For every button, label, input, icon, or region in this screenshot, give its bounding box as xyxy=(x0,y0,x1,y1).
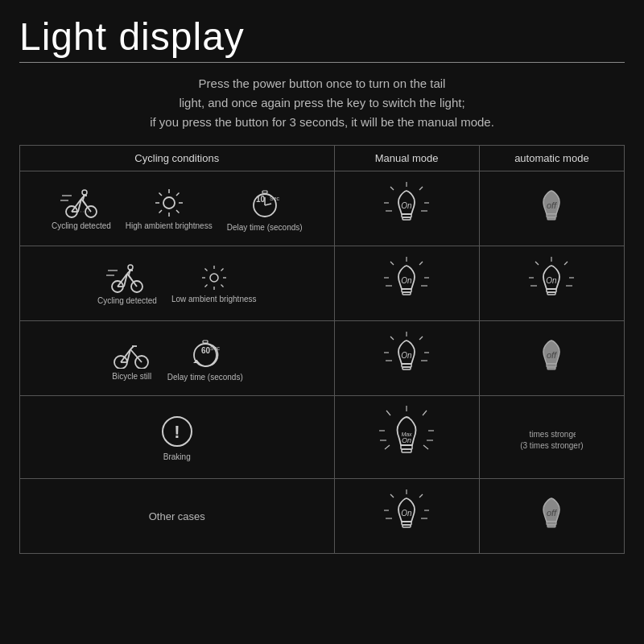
row5-auto: off xyxy=(479,479,624,554)
svg-line-127 xyxy=(390,494,394,497)
page: Light display Press the power button onc… xyxy=(0,0,644,644)
svg-point-14 xyxy=(163,197,175,208)
svg-text:On: On xyxy=(547,276,558,285)
svg-line-20 xyxy=(176,210,180,213)
svg-line-19 xyxy=(159,192,162,196)
high-brightness-icon: High ambient brightness xyxy=(126,188,213,230)
cycling-detected-icon: Cycling detected xyxy=(52,188,111,230)
svg-marker-93 xyxy=(193,360,200,363)
svg-line-30 xyxy=(390,187,394,190)
svg-rect-107 xyxy=(547,364,556,367)
svg-point-55 xyxy=(210,274,218,282)
svg-rect-72 xyxy=(402,292,411,295)
header-auto-mode: automatic mode xyxy=(479,146,624,171)
svg-line-76 xyxy=(564,262,568,265)
table-row: Other cases xyxy=(20,479,625,554)
braking-icon: ! Braking xyxy=(159,414,195,461)
bicycle-still-icon: Bicycle still xyxy=(111,336,153,381)
cycling-label: Cycling detected xyxy=(52,221,111,230)
svg-text:On: On xyxy=(402,436,411,444)
delay-10s-label: Delay time (seconds) xyxy=(227,223,303,232)
light-display-table: Cycling conditions Manual mode automatic… xyxy=(19,145,625,554)
svg-line-21 xyxy=(176,192,180,196)
high-brightness-label: High ambient brightness xyxy=(126,221,213,230)
bicycle-still-label: Bicycle still xyxy=(112,372,151,381)
svg-text:On: On xyxy=(401,276,412,285)
svg-line-22 xyxy=(159,210,162,213)
svg-text:off: off xyxy=(547,508,557,518)
row3-conditions: Bicycle still 60 Sec xyxy=(20,321,335,396)
desc-line2: light, and once again press the key to s… xyxy=(19,93,625,113)
row4-conditions: ! Braking xyxy=(20,396,335,479)
row1-conditions: Cycling detected xyxy=(20,171,335,246)
svg-line-60 xyxy=(204,268,207,270)
desc-line1: Press the power button once to turn on t… xyxy=(19,74,625,93)
low-brightness-label: Low ambient brightness xyxy=(171,295,257,303)
svg-line-25 xyxy=(265,204,271,205)
row5-conditions: Other cases xyxy=(20,479,335,554)
title-divider xyxy=(19,62,625,63)
delay-60s-label: Delay time (seconds) xyxy=(167,373,243,382)
delay-60s-icon: 60 Sec Delay time (seconds) xyxy=(167,336,243,382)
description: Press the power button once to turn on t… xyxy=(19,74,625,132)
svg-text:Sec: Sec xyxy=(210,345,221,351)
header-manual-mode: Manual mode xyxy=(334,146,479,171)
svg-text:On: On xyxy=(401,509,412,518)
svg-rect-26 xyxy=(262,191,267,193)
svg-text:60: 60 xyxy=(201,346,211,355)
svg-text:10: 10 xyxy=(256,195,266,204)
svg-line-120 xyxy=(423,445,428,449)
svg-text:On: On xyxy=(401,201,412,210)
header-cycling-conditions: Cycling conditions xyxy=(20,146,335,171)
other-cases-label: Other cases xyxy=(149,510,205,522)
row4-auto: (3 times stronger) (3 times stronger) xyxy=(479,396,624,479)
svg-rect-40 xyxy=(547,217,555,220)
braking-label: Braking xyxy=(163,452,191,461)
svg-rect-105 xyxy=(402,367,411,369)
row2-conditions: Cycling detected xyxy=(20,246,335,321)
row1-manual: On xyxy=(334,171,479,246)
row2-manual: On xyxy=(334,246,479,321)
svg-rect-94 xyxy=(203,341,208,343)
delay-10s-icon: 10 Sec Delay time (seconds) xyxy=(227,186,303,232)
svg-point-52 xyxy=(128,265,133,270)
stronger-label: (3 times stronger) xyxy=(520,441,583,450)
svg-text:off: off xyxy=(547,350,557,360)
svg-text:On: On xyxy=(401,351,412,360)
table-row: Cycling detected xyxy=(20,246,625,321)
svg-line-62 xyxy=(221,268,223,270)
desc-line3: if you press the button for 3 seconds, i… xyxy=(19,113,625,132)
svg-line-13 xyxy=(83,200,86,205)
table-row: Cycling detected xyxy=(20,171,625,246)
svg-text:off: off xyxy=(547,200,557,210)
svg-line-128 xyxy=(419,494,423,497)
svg-line-31 xyxy=(419,187,423,190)
cycling-detected-2-icon: Cycling detected xyxy=(97,262,157,305)
row3-manual: On xyxy=(334,321,479,396)
svg-line-54 xyxy=(129,275,132,280)
page-title: Light display xyxy=(19,14,625,59)
svg-text:(3 times stronger): (3 times stronger) xyxy=(527,430,576,439)
svg-line-114 xyxy=(423,411,427,415)
svg-rect-108 xyxy=(547,367,555,369)
svg-line-99 xyxy=(419,336,423,340)
row2-auto: On xyxy=(479,246,624,321)
svg-rect-82 xyxy=(547,292,555,295)
row5-manual: On xyxy=(334,479,479,554)
row3-auto: off xyxy=(479,321,624,396)
table-row: Bicycle still 60 Sec xyxy=(20,321,625,396)
svg-line-65 xyxy=(390,262,394,265)
svg-rect-137 xyxy=(547,525,555,527)
svg-line-63 xyxy=(204,284,207,287)
svg-line-75 xyxy=(535,262,539,265)
svg-line-113 xyxy=(386,411,390,415)
low-brightness-icon: Low ambient brightness xyxy=(171,264,257,303)
svg-line-98 xyxy=(390,336,394,340)
row1-auto: off xyxy=(479,171,624,246)
svg-rect-39 xyxy=(547,214,556,217)
row4-manual: Max On xyxy=(334,396,479,479)
table-row: ! Braking xyxy=(20,396,625,479)
svg-rect-122 xyxy=(402,449,411,452)
svg-text:Sec: Sec xyxy=(270,196,280,201)
cycling-2-label: Cycling detected xyxy=(97,296,157,305)
